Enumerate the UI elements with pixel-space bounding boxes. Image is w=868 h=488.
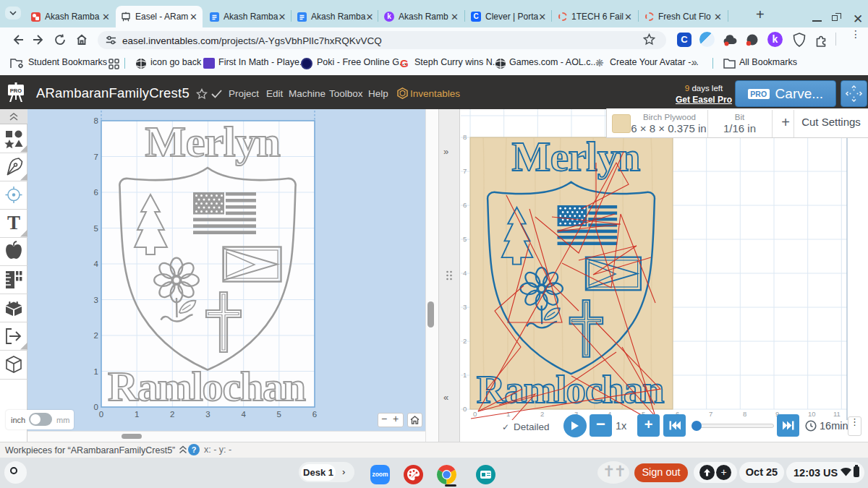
svg-text:7: 7	[94, 153, 98, 161]
svg-text:2: 2	[463, 337, 467, 345]
svg-text:3: 3	[94, 296, 98, 304]
svg-text:6: 6	[94, 188, 98, 197]
svg-text:6: 6	[463, 201, 467, 209]
svg-text:6: 6	[312, 410, 317, 419]
svg-text:7: 7	[709, 410, 712, 418]
svg-text:7: 7	[463, 167, 467, 175]
svg-text:5: 5	[277, 410, 281, 419]
svg-text:PRO: PRO	[10, 87, 22, 94]
svg-text:3: 3	[463, 303, 467, 311]
svg-text:2: 2	[170, 410, 174, 419]
svg-text:1: 1	[463, 371, 467, 379]
svg-text:5: 5	[94, 224, 98, 233]
svg-text:5: 5	[463, 235, 467, 243]
svg-text:3: 3	[205, 410, 210, 419]
svg-text:0: 0	[463, 405, 467, 413]
svg-text:2: 2	[94, 331, 98, 340]
svg-text:4: 4	[241, 410, 246, 419]
svg-text:8: 8	[94, 116, 98, 125]
svg-text:10: 10	[808, 410, 816, 418]
svg-text:4: 4	[94, 260, 99, 268]
svg-text:4: 4	[463, 269, 467, 277]
svg-text:0: 0	[99, 410, 103, 419]
svg-text:8: 8	[743, 410, 746, 418]
svg-text:11: 11	[833, 410, 841, 418]
svg-text:0: 0	[94, 403, 98, 411]
svg-text:8: 8	[463, 133, 467, 141]
svg-text:1: 1	[94, 367, 98, 376]
svg-text:T: T	[7, 212, 20, 234]
svg-text:1: 1	[135, 410, 139, 419]
